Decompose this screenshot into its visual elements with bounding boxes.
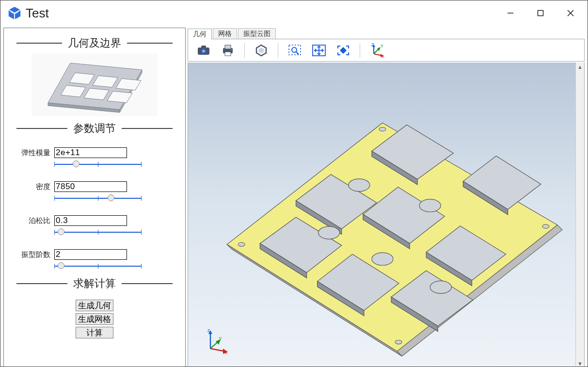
param-poisson: 泊松比 0.3 (16, 215, 173, 238)
print-icon[interactable] (218, 42, 238, 59)
view-tabs: 几何 网格 振型云图 (188, 28, 585, 39)
modes-label: 振型阶数 (16, 250, 50, 259)
svg-point-22 (231, 48, 232, 50)
svg-rect-20 (225, 45, 231, 49)
viewport-scrollbar[interactable]: ▲ ▼ (575, 63, 584, 367)
tab-modeshape[interactable]: 振型云图 (238, 28, 276, 39)
poisson-label: 泊松比 (16, 216, 50, 225)
axis-gizmo-icon: z y x (203, 327, 230, 354)
svg-text:▾: ▾ (267, 52, 268, 57)
svg-point-67 (430, 281, 451, 293)
modes-slider[interactable] (54, 261, 142, 271)
svg-text:Y: Y (381, 44, 383, 48)
svg-point-63 (349, 179, 370, 191)
minimize-button[interactable] (495, 1, 525, 25)
heading-solve-label: 求解计算 (73, 276, 116, 291)
fit-view-icon[interactable] (309, 42, 329, 59)
elastic-modulus-label: 弹性模量 (16, 148, 50, 158)
svg-line-28 (296, 52, 299, 54)
svg-point-45 (395, 340, 402, 344)
elastic-modulus-input[interactable]: 2e+11 (54, 147, 127, 158)
heading-geom-label: 几何及边界 (68, 36, 121, 50)
viewport-pane: 几何 网格 振型云图 ▾ (188, 28, 585, 367)
window-title: Test (26, 6, 49, 21)
maximize-button[interactable] (525, 1, 556, 25)
compute-button[interactable]: 计算 (76, 327, 113, 338)
svg-text:y: y (219, 335, 222, 341)
svg-marker-30 (340, 47, 347, 54)
svg-text:X: X (381, 54, 384, 58)
svg-point-66 (372, 253, 393, 265)
svg-rect-21 (225, 52, 231, 56)
param-modes: 振型阶数 2 (16, 249, 173, 271)
svg-point-64 (318, 226, 340, 239)
scroll-down-icon[interactable]: ▼ (576, 359, 584, 367)
geometry-thumbnail (32, 53, 158, 116)
density-label: 密度 (16, 182, 50, 191)
close-button[interactable] (556, 1, 586, 25)
screenshot-icon[interactable] (194, 42, 213, 59)
section-geometry-heading: 几何及边界 (16, 36, 173, 50)
density-slider[interactable] (54, 193, 142, 204)
svg-point-18 (203, 50, 205, 52)
elastic-modulus-slider[interactable] (54, 159, 142, 170)
svg-point-27 (292, 48, 297, 52)
viewport-toolbar: ▾ (188, 39, 585, 62)
tab-mesh[interactable]: 网格 (213, 28, 237, 39)
generate-mesh-button[interactable]: 生成网格 (76, 313, 113, 325)
3d-viewport[interactable]: z y x ▲ ▼ (188, 63, 585, 367)
zoom-extents-icon[interactable] (334, 42, 353, 59)
scroll-up-icon[interactable]: ▲ (576, 63, 584, 71)
axis-triad-icon[interactable]: Z Y X (367, 42, 386, 59)
generate-geometry-button[interactable]: 生成几何 (76, 300, 113, 311)
heading-params-label: 参数调节 (73, 121, 116, 136)
param-density: 密度 7850 (16, 181, 173, 204)
svg-rect-26 (289, 45, 301, 55)
svg-text:z: z (207, 328, 210, 333)
svg-point-43 (238, 242, 245, 246)
modes-input[interactable]: 2 (54, 249, 127, 260)
svg-point-65 (419, 199, 441, 212)
section-solve-heading: 求解计算 (16, 276, 173, 291)
svg-marker-24 (259, 48, 264, 53)
title-bar: Test (0, 0, 588, 26)
zoom-region-icon[interactable] (285, 42, 304, 59)
left-panel: 几何及边界 (3, 28, 186, 367)
svg-text:x: x (225, 350, 227, 354)
poisson-input[interactable]: 0.3 (54, 215, 127, 226)
app-logo-icon (7, 6, 22, 20)
svg-text:Z: Z (371, 43, 374, 47)
poisson-slider[interactable] (54, 227, 142, 238)
svg-point-44 (379, 128, 386, 131)
svg-rect-2 (538, 11, 543, 16)
density-input[interactable]: 7850 (54, 181, 127, 192)
hex-settings-icon[interactable]: ▾ (252, 42, 271, 59)
section-params-heading: 参数调节 (16, 121, 173, 136)
svg-rect-16 (201, 46, 206, 48)
param-elastic-modulus: 弹性模量 2e+11 (16, 147, 173, 170)
svg-point-46 (542, 224, 549, 228)
plate-model-3d (188, 63, 584, 367)
tab-geometry[interactable]: 几何 (188, 29, 212, 39)
